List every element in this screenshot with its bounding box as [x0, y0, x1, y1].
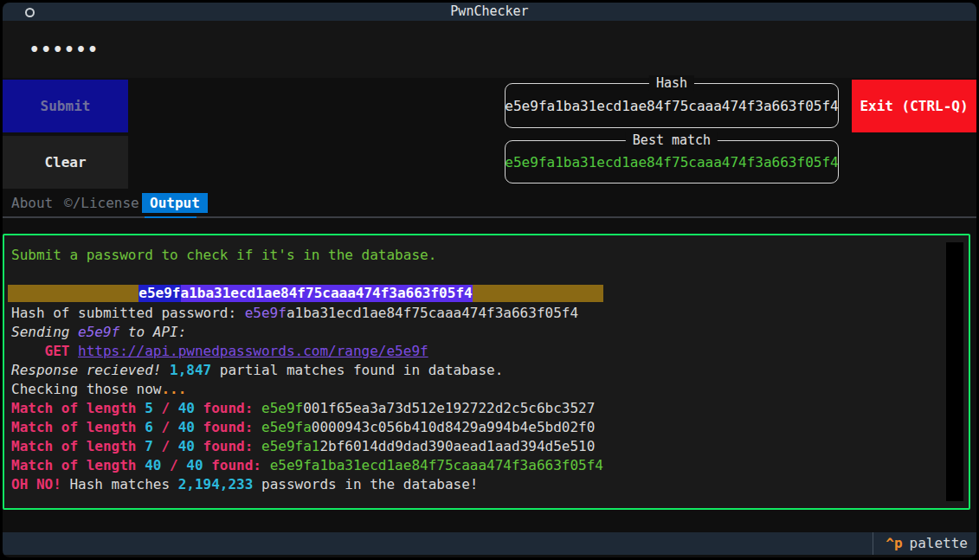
hash-field-label: Hash	[649, 75, 694, 91]
log-line: e5e9fa1ba31ecd1ae84f75caaa474f3a663f05f4	[11, 285, 939, 304]
tab-output[interactable]: Output	[142, 193, 208, 213]
hash-field-value: e5e9fa1ba31ecd1ae84f75caaa474f3a663f05f4	[505, 98, 838, 114]
password-input[interactable]: ••••••	[3, 21, 976, 78]
active-tab-underline	[145, 216, 196, 218]
progress-bar-hash-segment: a1ba31ecd1ae84f75caaa474f3a663f05f4	[181, 285, 473, 302]
log-line: Submit a password to check if it's in th…	[11, 246, 939, 265]
tab-license[interactable]: ©/License	[64, 193, 139, 213]
palette-key-binding: ^p	[886, 535, 902, 551]
log-line: Match of length 5 / 40 found: e5e9f001f6…	[11, 399, 939, 418]
output-panel: Submit a password to check if it's in th…	[3, 234, 970, 510]
footer-bar: ^ppalette	[3, 532, 976, 555]
best-match-field[interactable]: Best match e5e9fa1ba31ecd1ae84f75caaa474…	[505, 140, 839, 183]
page-title: PwnChecker	[3, 3, 976, 21]
log-line: Response recieved! 1,847 partial matches…	[11, 361, 939, 380]
output-log: Submit a password to check if it's in th…	[11, 246, 939, 494]
vertical-scrollbar[interactable]	[946, 242, 963, 501]
password-masked-value: ••••••	[29, 40, 100, 59]
title-bar: PwnChecker	[3, 3, 976, 21]
palette-key-label: palette	[910, 535, 968, 551]
exit-button[interactable]: Exit (CTRL-Q)	[852, 80, 976, 132]
log-line: Hash of submitted password: e5e9fa1ba31e…	[11, 304, 939, 323]
log-line: OH NO! Hash matches 2,194,233 passwords …	[11, 475, 939, 494]
log-line: Match of length 6 / 40 found: e5e9fa0000…	[11, 418, 939, 437]
log-line: GET https://api.pwnedpasswords.com/range…	[11, 342, 939, 361]
log-line: Match of length 40 / 40 found: e5e9fa1ba…	[11, 456, 939, 475]
best-match-field-label: Best match	[626, 132, 718, 148]
log-line: Match of length 7 / 40 found: e5e9fa12bf…	[11, 437, 939, 456]
log-line: Sending e5e9f to API:	[11, 323, 939, 342]
progress-bar-hash-segment: e5e9f	[138, 285, 180, 302]
tab-about[interactable]: About	[11, 193, 53, 213]
clear-button[interactable]: Clear	[3, 136, 128, 189]
progress-bar: e5e9fa1ba31ecd1ae84f75caaa474f3a663f05f4	[8, 285, 603, 302]
screen: PwnChecker •••••• Submit Clear Hash e5e9…	[0, 0, 979, 560]
palette-command[interactable]: ^ppalette	[873, 532, 976, 555]
app-window: PwnChecker •••••• Submit Clear Hash e5e9…	[3, 3, 976, 557]
best-match-field-value: e5e9fa1ba31ecd1ae84f75caaa474f3a663f05f4	[505, 154, 838, 171]
hash-field[interactable]: Hash e5e9fa1ba31ecd1ae84f75caaa474f3a663…	[505, 83, 839, 128]
log-line	[11, 265, 939, 284]
log-line: Checking those now...	[11, 380, 939, 399]
submit-button[interactable]: Submit	[3, 80, 128, 132]
